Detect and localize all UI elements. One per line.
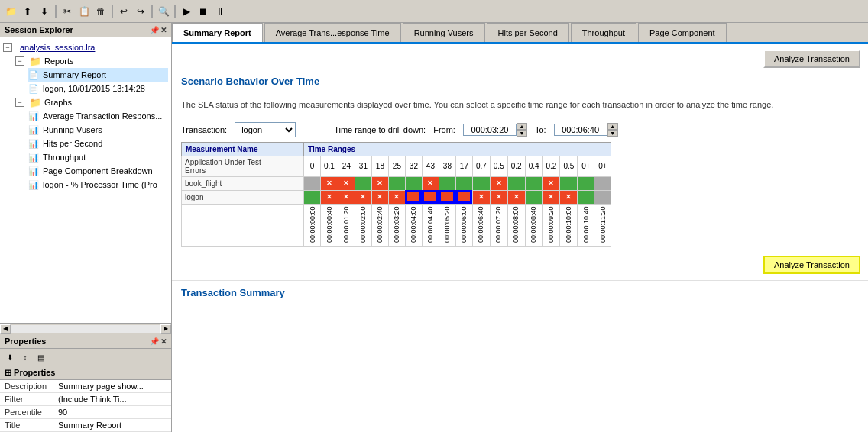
toolbar-icon-cut[interactable]: ✂ [60,4,75,19]
cell-ln-5[interactable]: ✕ [388,190,405,204]
sidebar-scrollbar-h[interactable]: ◀ ▶ [0,323,171,334]
cell-bf-16[interactable] [578,176,594,190]
session-file-item[interactable]: − analysis_session.lra [3,40,168,54]
cell-ln-15[interactable]: ✕ [560,190,578,204]
cell-bf-11[interactable]: ✕ [490,176,507,190]
from-increment-btn[interactable]: ▲ [517,123,527,130]
sidebar-pin-icon[interactable]: 📌 [150,26,159,34]
cell-errors-16[interactable]: 0+ [578,156,594,176]
tab-page-component[interactable]: Page Component [638,23,727,42]
cell-ln-13[interactable] [525,190,542,204]
tab-summary-report[interactable]: Summary Report [172,23,263,44]
sidebar-item-page-component[interactable]: 📊 Page Component Breakdown [28,164,168,178]
cell-errors-5[interactable]: 25 [388,156,405,176]
cell-ln-11[interactable]: ✕ [490,190,507,204]
toolbar-icon-search[interactable]: 🔍 [156,4,171,19]
cell-bf-14[interactable]: ✕ [542,176,560,190]
session-file-label[interactable]: analysis_session.lra [17,41,98,53]
cell-ln-6[interactable] [405,190,422,204]
cell-bf-5[interactable] [388,176,405,190]
cell-errors-1[interactable]: 0.1 [321,156,338,176]
sidebar-item-summary-report[interactable]: 📄 Summary Report [28,68,168,82]
prop-icon-3[interactable]: ▤ [34,350,47,364]
cell-errors-2[interactable]: 24 [338,156,355,176]
tab-running-vusers[interactable]: Running Vusers [403,23,485,42]
tab-hits-per-second[interactable]: Hits per Second [487,23,569,42]
cell-ln-14[interactable]: ✕ [542,190,560,204]
toolbar-icon-folder[interactable]: 📁 [3,4,18,19]
cell-ln-4[interactable]: ✕ [371,190,388,204]
cell-ln-17[interactable] [594,190,611,204]
cell-errors-11[interactable]: 0.5 [490,156,507,176]
cell-bf-9[interactable] [455,176,472,190]
properties-pin-icon[interactable]: 📌 [150,337,159,346]
cell-ln-8[interactable] [439,190,455,204]
sidebar-item-hits-per-second[interactable]: 📊 Hits per Second [28,137,168,150]
cell-ln-2[interactable]: ✕ [338,190,355,204]
cell-bf-17[interactable] [594,176,611,190]
scroll-left-btn[interactable]: ◀ [0,324,11,334]
cell-ln-0[interactable] [304,190,321,204]
properties-close-icon[interactable]: ✕ [160,337,167,346]
cell-ln-12[interactable]: ✕ [507,190,525,204]
cell-errors-13[interactable]: 0.4 [525,156,542,176]
sidebar-close-icon[interactable]: ✕ [160,26,167,34]
cell-errors-7[interactable]: 43 [422,156,439,176]
toolbar-icon-redo[interactable]: ↪ [133,4,148,19]
expand-icon[interactable]: − [3,43,12,52]
toolbar-icon-play[interactable]: ▶ [179,4,194,19]
analyze-transaction-btn-bottom[interactable]: Analyze Transaction [763,256,860,274]
sidebar-item-logon-report[interactable]: 📄 logon, 10/01/2015 13:14:28 [28,82,168,95]
cell-bf-13[interactable] [525,176,542,190]
prop-icon-2[interactable]: ↕ [18,350,32,364]
cell-errors-17[interactable]: 0+ [594,156,611,176]
cell-ln-7[interactable] [422,190,439,204]
toolbar-icon-up[interactable]: ⬆ [20,4,35,19]
transaction-select[interactable]: logon [235,122,296,137]
graphs-section[interactable]: − 📁 Graphs [15,95,168,109]
reports-section[interactable]: − 📁 Reports [15,54,168,68]
from-input[interactable]: 000:03:20 [463,124,517,136]
cell-bf-6[interactable] [405,176,422,190]
graphs-expand[interactable]: − [15,98,24,107]
cell-bf-8[interactable] [439,176,455,190]
sidebar-item-running-vusers[interactable]: 📊 Running Vusers [28,123,168,137]
cell-ln-3[interactable]: ✕ [355,190,371,204]
cell-bf-15[interactable] [560,176,578,190]
toolbar-icon-down[interactable]: ⬇ [37,4,52,19]
from-decrement-btn[interactable]: ▼ [517,130,527,137]
tab-avg-response[interactable]: Average Trans...esponse Time [264,23,401,42]
cell-errors-8[interactable]: 38 [439,156,455,176]
to-increment-btn[interactable]: ▲ [607,123,618,130]
cell-bf-3[interactable] [355,176,371,190]
toolbar-icon-filter[interactable]: ⏸ [212,4,228,19]
toolbar-icon-stop[interactable]: ⏹ [196,4,211,19]
cell-errors-9[interactable]: 17 [455,156,472,176]
analyze-transaction-btn-top[interactable]: Analyze Transaction [763,50,860,68]
cell-errors-15[interactable]: 0.5 [560,156,578,176]
cell-ln-16[interactable] [578,190,594,204]
toolbar-icon-undo[interactable]: ↩ [116,4,131,19]
cell-bf-12[interactable] [507,176,525,190]
sidebar-item-logon-processor[interactable]: 📊 logon - % Processor Time (Pro [28,178,168,192]
cell-bf-10[interactable] [472,176,490,190]
cell-errors-14[interactable]: 0.2 [542,156,560,176]
to-input[interactable]: 000:06:40 [554,124,607,136]
cell-errors-0[interactable]: 0 [304,156,321,176]
cell-ln-1[interactable]: ✕ [321,190,338,204]
prop-icon-1[interactable]: ⬇ [3,350,17,364]
reports-expand[interactable]: − [15,56,24,66]
to-decrement-btn[interactable]: ▼ [607,130,618,137]
sidebar-item-avg-txn[interactable]: 📊 Average Transaction Respons... [28,109,168,123]
cell-bf-4[interactable]: ✕ [371,176,388,190]
cell-ln-9[interactable] [455,190,472,204]
cell-errors-6[interactable]: 32 [405,156,422,176]
cell-errors-3[interactable]: 31 [355,156,371,176]
cell-errors-4[interactable]: 18 [371,156,388,176]
scroll-right-btn[interactable]: ▶ [160,324,171,334]
cell-errors-12[interactable]: 0.2 [507,156,525,176]
cell-bf-7[interactable]: ✕ [422,176,439,190]
toolbar-icon-delete[interactable]: 🗑 [93,4,108,19]
sidebar-item-throughput[interactable]: 📊 Throughput [28,150,168,164]
cell-bf-0[interactable] [304,176,321,190]
